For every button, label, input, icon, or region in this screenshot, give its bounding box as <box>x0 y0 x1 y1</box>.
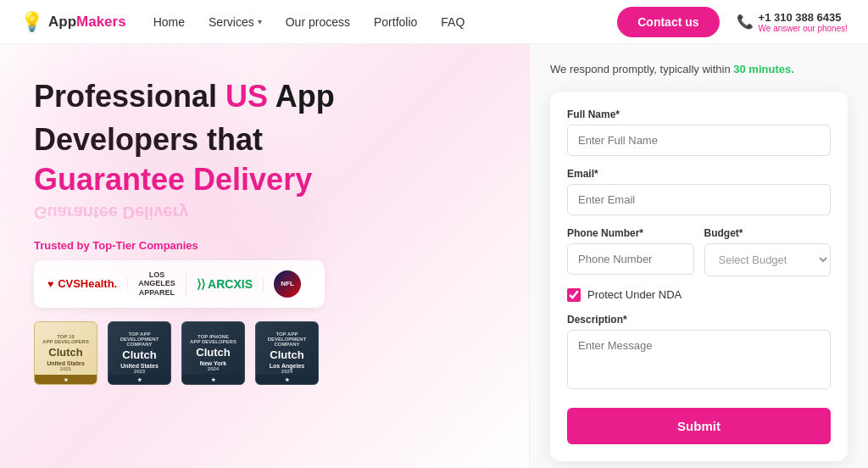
response-time: 30 minutes. <box>733 63 794 75</box>
budget-select[interactable]: Select Budget $5k-$10k $10k-$25k $25k-$5… <box>704 243 832 276</box>
badge-3: TOP IPHONE APP DEVELOPERS Clutch New Yor… <box>181 321 245 385</box>
form-header: We respond promptly, typically within 30… <box>550 61 848 78</box>
chevron-down-icon: ▾ <box>258 17 262 26</box>
hero-title-line3: Guarantee Delivery <box>34 161 495 198</box>
phone-label: Phone Number* <box>567 227 694 239</box>
logo-text: AppMakers <box>48 14 126 31</box>
nav-right: Contact us 📞 +1 310 388 6435 We answer o… <box>617 7 848 37</box>
hero-title-line1: Professional US App <box>34 78 495 114</box>
navbar: 💡 AppMakers Home Services ▾ Our process … <box>0 0 868 44</box>
company-arcxis: ⟩⟩ ARCXIS <box>197 277 264 291</box>
budget-label: Budget* <box>704 227 832 239</box>
budget-group: Budget* Select Budget $5k-$10k $10k-$25k… <box>704 227 832 276</box>
phone-info: 📞 +1 310 388 6435 We answer our phones! <box>737 11 848 33</box>
nav-faq[interactable]: FAQ <box>441 15 465 29</box>
badge-2: TOP APP DEVELOPMENT COMPANY Clutch Unite… <box>108 321 171 385</box>
nav-services[interactable]: Services ▾ <box>209 15 262 29</box>
phone-input[interactable] <box>567 243 694 275</box>
badge-1: TOP 10 APP DEVELOPERS Clutch United Stat… <box>34 321 97 385</box>
badges-row: TOP 10 APP DEVELOPERS Clutch United Stat… <box>34 321 495 385</box>
description-label: Description* <box>567 314 831 326</box>
hero-title-line2: Developers that <box>34 121 495 158</box>
heart-icon: ♥ <box>47 278 53 290</box>
phone-details: +1 310 388 6435 We answer our phones! <box>759 11 848 33</box>
phone-group: Phone Number* <box>567 227 694 276</box>
email-label: Email* <box>567 168 831 180</box>
logo-icon: 💡 <box>20 11 43 33</box>
email-group: Email* <box>567 168 831 215</box>
contact-button[interactable]: Contact us <box>617 7 719 37</box>
form-section: We respond promptly, typically within 30… <box>529 44 868 468</box>
nda-checkbox[interactable] <box>567 288 581 302</box>
trusted-label: Trusted by Top-Tier Companies <box>34 239 495 252</box>
description-textarea[interactable] <box>567 330 831 389</box>
hero-reflection: Guarantee Delivery <box>34 203 495 222</box>
contact-form: Full Name* Email* Phone Number* Budget* … <box>550 92 848 461</box>
fullname-input[interactable] <box>567 125 831 156</box>
description-group: Description* <box>567 314 831 393</box>
logo[interactable]: 💡 AppMakers <box>20 11 126 33</box>
fullname-label: Full Name* <box>567 109 831 120</box>
fullname-group: Full Name* <box>567 109 831 156</box>
phone-number: +1 310 388 6435 <box>759 11 848 24</box>
phone-budget-row: Phone Number* Budget* Select Budget $5k-… <box>567 227 831 276</box>
company-la-apparel: LOSANGELESAPPAREL <box>138 270 186 298</box>
nav-links: Home Services ▾ Our process Portfolio FA… <box>153 15 618 29</box>
phone-sub: We answer our phones! <box>759 24 848 33</box>
company-nfl: NFL <box>274 270 311 298</box>
submit-button[interactable]: Submit <box>567 408 831 444</box>
company-cvs: ♥ CVSHealth. <box>47 277 128 290</box>
hero-section: Professional US App Developers that Guar… <box>0 44 529 468</box>
nav-home[interactable]: Home <box>153 15 185 29</box>
companies-row: ♥ CVSHealth. LOSANGELESAPPAREL ⟩⟩ ARCXIS… <box>34 260 325 308</box>
email-input[interactable] <box>567 184 831 215</box>
nda-label[interactable]: Protect Under NDA <box>587 288 682 301</box>
badge-4: TOP APP DEVELOPMENT COMPANY Clutch Los A… <box>255 321 319 385</box>
phone-icon: 📞 <box>737 14 754 30</box>
nda-row: Protect Under NDA <box>567 288 831 302</box>
main-content: Professional US App Developers that Guar… <box>0 44 868 468</box>
nav-portfolio[interactable]: Portfolio <box>374 15 417 29</box>
nav-process[interactable]: Our process <box>286 15 350 29</box>
